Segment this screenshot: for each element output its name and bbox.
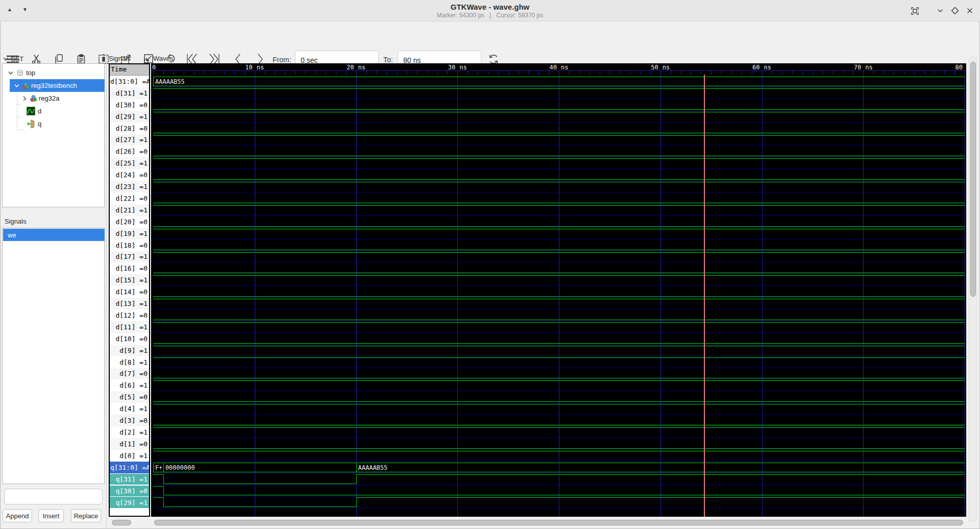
signal-label-row[interactable]: d[23] =1 xyxy=(110,181,149,193)
wave-transition xyxy=(163,474,164,484)
signal-label-row[interactable]: d[15] =1 xyxy=(110,274,149,286)
tree-item-label: reg32testbench xyxy=(31,82,77,89)
signal-label-row[interactable]: d[25] =1 xyxy=(110,157,149,169)
wave-segment xyxy=(153,448,965,449)
ruler-tick xyxy=(214,71,214,75)
signal-label-row[interactable]: d[0] =1 xyxy=(110,450,149,462)
append-button[interactable]: Append xyxy=(3,509,32,522)
sidebar-item-reg32a[interactable]: reg32a xyxy=(3,92,105,105)
signal-label-row[interactable]: d[11] =1 xyxy=(110,321,149,333)
signal-label-row[interactable]: q[31:0] =A xyxy=(110,462,149,473)
lane-baseline xyxy=(153,169,965,169)
expander-down-icon[interactable] xyxy=(8,70,14,76)
marker-line[interactable] xyxy=(704,75,705,517)
ruler-tick xyxy=(447,71,448,75)
lane-baseline xyxy=(153,508,965,508)
signal-label-row[interactable]: d[4] =1 xyxy=(110,403,149,415)
signal-label-row[interactable]: d[30] =0 xyxy=(110,99,149,111)
ruler-tick xyxy=(386,71,387,75)
ruler-tick xyxy=(762,71,763,75)
signal-label-row[interactable]: d[13] =1 xyxy=(110,298,149,309)
tree-item-label: top xyxy=(26,69,35,77)
ruler-tick xyxy=(863,71,864,75)
lane-baseline xyxy=(153,157,965,157)
signal-label-row[interactable]: d[18] =0 xyxy=(110,239,149,251)
signal-search[interactable] xyxy=(4,489,103,504)
signal-label-row[interactable]: d[29] =1 xyxy=(110,111,149,123)
signal-list-hscrollbar-thumb[interactable] xyxy=(112,520,131,525)
wave-segment xyxy=(153,497,163,498)
signal-label-row[interactable]: d[31] =1 xyxy=(110,87,149,99)
signal-label-row[interactable]: d[28] =0 xyxy=(110,123,149,134)
list-item-we[interactable]: we xyxy=(3,229,105,241)
bus-transition xyxy=(163,463,164,472)
waves-hscrollbar-thumb[interactable] xyxy=(154,520,963,525)
bus-top-line xyxy=(163,463,356,463)
ruler-label-unit: ns xyxy=(257,64,264,71)
signal-label-row[interactable]: d[14] =0 xyxy=(110,286,149,298)
wave-canvas[interactable]: 010ns20ns30ns40ns50ns60ns70ns80nsAAAAAB5… xyxy=(151,63,966,517)
signal-label-row[interactable]: d[27] =1 xyxy=(110,134,149,146)
signal-label-row[interactable]: d[12] =0 xyxy=(110,309,149,321)
ruler-tick xyxy=(315,71,316,75)
sst-header[interactable]: SST xyxy=(3,54,34,63)
signal-name-list[interactable]: Time d[31:0] =Ad[31] =1d[30] =0d[29] =1d… xyxy=(109,63,150,517)
replace-button[interactable]: Replace xyxy=(71,509,101,522)
sidebar-item-q[interactable]: q xyxy=(3,117,105,130)
signal-label-row[interactable]: q[31] =1 xyxy=(110,473,149,485)
wave-transition xyxy=(163,497,164,507)
ruler-tick xyxy=(508,71,509,75)
ruler-tick xyxy=(194,71,194,75)
vertical-scrollbar[interactable] xyxy=(969,56,977,522)
module-icon xyxy=(22,82,30,90)
sidebar-item-top[interactable]: top xyxy=(3,66,105,79)
lane-baseline xyxy=(153,180,965,181)
signal-label-row[interactable]: d[2] =1 xyxy=(110,426,149,438)
signal-label-row[interactable]: d[6] =1 xyxy=(110,379,149,391)
signal-label-row[interactable]: q[30] =0 xyxy=(110,485,149,497)
signal-label-row[interactable]: d[9] =1 xyxy=(110,345,149,356)
signal-label-row[interactable]: d[24] =0 xyxy=(110,169,149,181)
ruler-label: 50 xyxy=(629,64,658,71)
bus-transition xyxy=(153,77,154,86)
ruler-tick xyxy=(742,71,742,75)
sidebar-item-d[interactable]: d xyxy=(3,105,105,117)
signal-label-row[interactable]: d[1] =0 xyxy=(110,438,149,450)
expander-down-icon[interactable] xyxy=(14,83,20,89)
insert-button[interactable]: Insert xyxy=(38,509,64,522)
signal-label-row[interactable]: d[8] =1 xyxy=(110,356,149,368)
signal-label-row[interactable]: d[26] =0 xyxy=(110,146,149,157)
ruler-label: 70 xyxy=(831,64,861,71)
fullscreen-icon[interactable] xyxy=(909,5,921,17)
signal-label-row[interactable]: q[29] =1 xyxy=(110,496,149,508)
lane-baseline xyxy=(153,274,965,274)
signal-label-row[interactable]: d[3] =0 xyxy=(110,415,149,426)
minimize-icon[interactable] xyxy=(934,5,946,17)
signal-label-row[interactable]: d[22] =0 xyxy=(110,193,149,204)
signal-label-row[interactable]: d[31:0] =A xyxy=(110,76,149,87)
close-icon[interactable] xyxy=(964,5,976,17)
signal-label-row[interactable]: d[21] =1 xyxy=(110,204,149,216)
signal-label-row[interactable]: d[20] =0 xyxy=(110,216,149,228)
vertical-scrollbar-thumb[interactable] xyxy=(970,62,976,297)
ruler-tick xyxy=(255,71,255,75)
lane-baseline xyxy=(153,496,965,496)
wave-segment xyxy=(153,320,965,320)
signal-label-row[interactable]: d[19] =1 xyxy=(110,228,149,239)
status-line: Marker: 54300 ps | Cursor: 59370 ps xyxy=(0,12,980,19)
signal-label-row[interactable]: d[7] =0 xyxy=(110,368,149,380)
pane-splitter[interactable] xyxy=(106,54,107,529)
lane-baseline xyxy=(153,426,965,426)
sidebar-item-reg32testbench[interactable]: reg32testbench xyxy=(3,79,105,92)
signal-label-row[interactable]: d[10] =0 xyxy=(110,333,149,345)
signal-label-row[interactable]: d[5] =0 xyxy=(110,391,149,403)
ruler-tick xyxy=(731,71,732,75)
expander-right-icon[interactable] xyxy=(21,95,28,102)
maximize-icon[interactable] xyxy=(949,5,961,17)
wave-segment xyxy=(153,229,965,229)
signal-label-row[interactable]: d[16] =0 xyxy=(110,262,149,274)
wave-segment xyxy=(153,380,965,381)
search-input[interactable] xyxy=(12,489,104,504)
wave-segment xyxy=(153,250,965,250)
signal-label-row[interactable]: d[17] =1 xyxy=(110,251,149,263)
